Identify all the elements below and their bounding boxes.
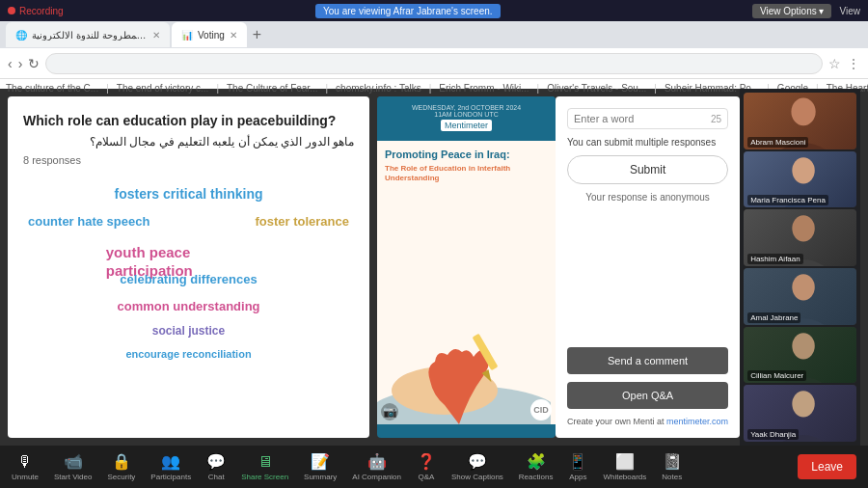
toolbar-participants[interactable]: 👥 Participants	[150, 452, 191, 481]
char-count: 25	[711, 114, 721, 124]
bookmark-olivers[interactable]: Oliver's Travels - Sou...	[547, 83, 646, 94]
participant-video-cillian: Cillian Malcurer	[744, 327, 856, 384]
participant-video-amal: Amal Jabrane	[744, 268, 856, 325]
multiple-responses-text: You can submit multiple responses	[567, 137, 728, 148]
summary-label: Summary	[304, 473, 337, 481]
svg-point-10	[792, 392, 814, 418]
toolbar-right-group: Leave	[798, 454, 856, 479]
tab-bar: 🌐 الأسئلة المطروحة للندوة الالكترونية ✕ …	[0, 21, 868, 48]
address-bar-row: ‹ › ↻ menti.com/alp7ayvmwdmu ☆ ⋮	[0, 48, 868, 79]
tab-arabic[interactable]: 🌐 الأسئلة المطروحة للندوة الالكترونية ✕	[6, 22, 170, 47]
svg-point-8	[792, 274, 814, 300]
bookmark-fear[interactable]: The Culture of Fear...	[227, 83, 318, 94]
video-sidebar: Abram Mascioni Maria Francisca Pena Hash…	[740, 89, 860, 446]
back-button[interactable]: ‹	[8, 56, 13, 71]
bookmark-chomsky[interactable]: chomsky.info : Talks	[336, 83, 421, 94]
word-celebrating: celebrating differences	[120, 272, 257, 288]
menti-header: WEDNESDAY, 2nd OCTOBER 2024 11AM LONDON …	[377, 96, 556, 141]
bookmark-fromm[interactable]: Erich Fromm - Wiki...	[439, 83, 529, 94]
recording-dot	[8, 7, 15, 14]
tab-voting-label: Voting	[198, 30, 225, 41]
security-label: Security	[107, 473, 135, 481]
toolbar-reactions[interactable]: 🧩 Reactions	[519, 452, 554, 481]
menti-slide: WEDNESDAY, 2nd OCTOBER 2024 11AM LONDON …	[377, 96, 556, 438]
recording-label: Recording	[19, 6, 64, 16]
ai-label: AI Companion	[352, 473, 401, 481]
bookmark-victory[interactable]: The end of victory c...	[117, 83, 209, 94]
chat-label: Chat	[208, 473, 225, 481]
svg-point-9	[792, 333, 814, 359]
question-text-en: Which role can education play in peacebu…	[23, 112, 354, 131]
reload-button[interactable]: ↻	[28, 56, 40, 71]
question-text-ar: ماهو الدور الذي يمكن أن يلعبه التعليم في…	[23, 135, 354, 149]
unmute-label: Unmute	[12, 473, 39, 481]
participant-name-maria: Maria Francisca Pena	[747, 195, 828, 205]
security-icon: 🔒	[112, 452, 131, 471]
submit-button[interactable]: Submit	[567, 155, 728, 184]
toolbar-ai[interactable]: 🤖 AI Companion	[352, 452, 401, 481]
toolbar-apps[interactable]: 📱 Apps	[568, 452, 587, 481]
bookmark-star-icon[interactable]: ☆	[828, 56, 841, 71]
captions-icon: 💬	[468, 452, 487, 471]
menti-date: WEDNESDAY, 2nd OCTOBER 2024	[385, 104, 548, 111]
bookmark-culture[interactable]: The culture of the C...	[6, 83, 98, 94]
cid-logo: CID	[530, 399, 552, 420]
tab-arabic-label: الأسئلة المطروحة للندوة الالكترونية	[32, 30, 148, 41]
captions-label: Show Captions	[451, 473, 503, 481]
menti-footer: Create your own Menti at mentimeter.com	[567, 417, 728, 426]
address-bar[interactable]: menti.com/alp7ayvmwdmu	[45, 53, 823, 74]
toolbar-qa[interactable]: ❓ Q&A	[417, 452, 436, 481]
reactions-label: Reactions	[519, 473, 554, 481]
apps-icon: 📱	[568, 452, 587, 471]
toolbar-chat[interactable]: 💬 Chat	[206, 452, 226, 481]
browser-chrome: 🌐 الأسئلة المطروحة للندوة الالكترونية ✕ …	[0, 21, 868, 89]
summary-icon: 📝	[311, 452, 330, 471]
ai-icon: 🤖	[367, 452, 387, 471]
toolbar-summary[interactable]: 📝 Summary	[304, 452, 337, 481]
toolbar-notes[interactable]: 📓 Notes	[662, 452, 682, 481]
camera-icon[interactable]: 📷	[381, 403, 398, 420]
start-video-label: Start Video	[54, 473, 92, 481]
svg-point-6	[792, 157, 814, 183]
presentation-panel: Which role can education play in peacebu…	[8, 96, 369, 438]
participant-name-yaak: Yaak Dhanjia	[747, 429, 799, 440]
toolbar-captions[interactable]: 💬 Show Captions	[451, 452, 503, 481]
more-options-icon[interactable]: ⋮	[847, 56, 860, 71]
notes-label: Notes	[662, 473, 682, 481]
anonymous-text: Your response is anonymous	[567, 192, 728, 203]
video-icon: 📹	[64, 452, 83, 471]
toolbar-share-screen[interactable]: 🖥 Share Screen	[241, 453, 288, 481]
tab-voting[interactable]: 📊 Voting ✕	[172, 22, 247, 47]
view-badge: View	[839, 6, 860, 16]
tab-arabic-close[interactable]: ✕	[152, 30, 160, 41]
participant-video-abram: Abram Mascioni	[744, 93, 856, 149]
toolbar-security[interactable]: 🔒 Security	[107, 452, 135, 481]
menti-logo: Mentimeter	[441, 120, 492, 131]
qa-icon: ❓	[417, 452, 436, 471]
main-content: Which role can education play in peacebu…	[0, 89, 868, 446]
word-cloud: fosters critical thinking counter hate s…	[23, 176, 354, 368]
toolbar-left-group: 🎙 Unmute 📹 Start Video 🔒 Security 👥 Part…	[12, 452, 682, 481]
view-options-button[interactable]: View Options ▾	[752, 4, 832, 18]
whiteboards-icon: ⬜	[615, 452, 635, 471]
svg-point-5	[792, 97, 816, 125]
chat-icon: 💬	[206, 452, 226, 471]
menti-slide-content: Promoting Peace in Iraq: The Role of Edu…	[377, 141, 556, 424]
share-screen-icon: 🖥	[258, 453, 273, 471]
open-qa-button[interactable]: Open Q&A	[567, 382, 728, 409]
forward-button[interactable]: ›	[18, 56, 23, 71]
participant-video-maria: Maria Francisca Pena	[744, 151, 856, 208]
leave-button[interactable]: Leave	[798, 454, 856, 479]
new-tab-button[interactable]: +	[249, 26, 265, 43]
menti-link[interactable]: mentimeter.com	[666, 417, 728, 426]
mic-icon: 🎙	[17, 453, 33, 471]
send-comment-button[interactable]: Send a comment	[567, 347, 728, 374]
word-input[interactable]	[574, 113, 707, 124]
toolbar-start-video[interactable]: 📹 Start Video	[54, 452, 92, 481]
toolbar-unmute[interactable]: 🎙 Unmute	[12, 453, 39, 481]
participant-name-hashim: Hashim Aifaan	[747, 254, 803, 264]
participant-name-abram: Abram Mascioni	[747, 137, 808, 148]
toolbar-whiteboards[interactable]: ⬜ Whiteboards	[603, 452, 646, 481]
notes-icon: 📓	[663, 452, 682, 471]
tab-voting-close[interactable]: ✕	[230, 30, 237, 41]
